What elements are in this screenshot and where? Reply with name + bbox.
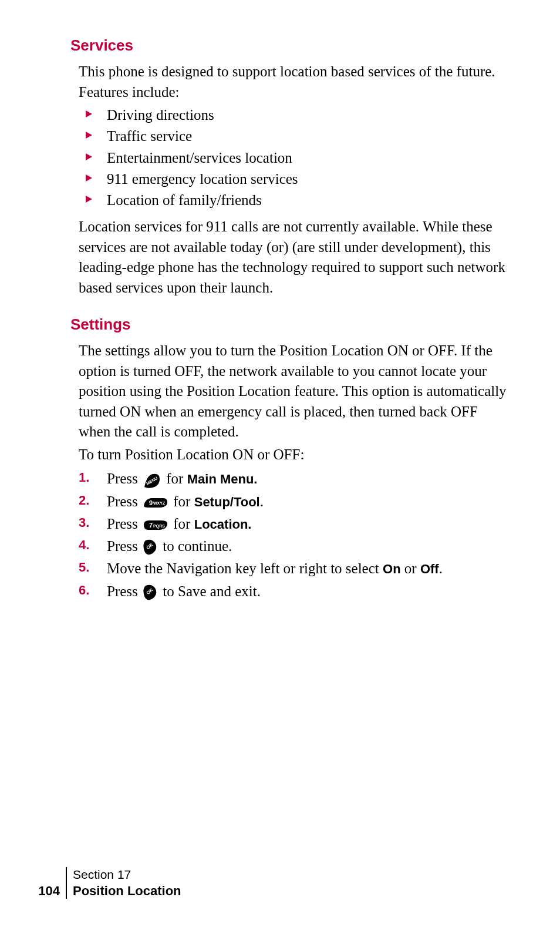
settings-intro: The settings allow you to turn the Posit… xyxy=(79,341,507,442)
step-text: Move the Navigation key left or right to… xyxy=(107,560,379,576)
settings-steps: Press MENU for Main Menu. Press 9WXYZ fo… xyxy=(79,468,507,602)
settings-lead-in: To turn Position Location ON or OFF: xyxy=(79,445,507,465)
or-text: or xyxy=(404,560,417,576)
svg-text:PQRS: PQRS xyxy=(153,524,165,529)
svg-text:WXYZ: WXYZ xyxy=(153,501,166,505)
svg-text:7: 7 xyxy=(149,522,153,529)
step-3: Press 7PQRS for Location. xyxy=(79,513,507,535)
step-text: for xyxy=(166,471,183,486)
step-6: Press OK to Save and exit. xyxy=(79,581,507,602)
period: . xyxy=(439,560,443,576)
ok-key-icon: OK xyxy=(143,584,157,601)
step-4: Press OK to continue. xyxy=(79,536,507,557)
ok-key-icon: OK xyxy=(143,539,157,556)
step-text: Press xyxy=(107,471,138,486)
footer-section-label: Section 17 xyxy=(73,867,181,882)
services-outro: Location services for 911 calls are not … xyxy=(79,217,507,298)
nine-key-icon: 9WXYZ xyxy=(143,497,168,509)
on-label: On xyxy=(383,562,401,576)
manual-page: Services This phone is designed to suppo… xyxy=(0,0,560,934)
step-text: for xyxy=(173,516,190,532)
settings-section: Settings The settings allow you to turn … xyxy=(70,315,507,602)
bullet-item: Traffic service xyxy=(79,126,507,147)
services-section: Services This phone is designed to suppo… xyxy=(70,36,507,298)
page-footer: 104 Section 17 Position Location xyxy=(0,867,181,899)
step-text: for xyxy=(173,493,190,509)
bullet-item: Location of family/friends xyxy=(79,190,507,211)
step-text: Press xyxy=(107,516,138,532)
step-text: to Save and exit. xyxy=(163,583,261,599)
step-text: Press xyxy=(107,583,138,599)
settings-heading: Settings xyxy=(70,315,507,334)
setup-tool-label: Setup/Tool xyxy=(194,495,260,509)
period: . xyxy=(260,493,264,509)
page-number: 104 xyxy=(0,883,66,899)
step-text: to continue. xyxy=(163,538,232,554)
main-menu-label: Main Menu. xyxy=(187,472,258,486)
bullet-item: Entertainment/services location xyxy=(79,147,507,169)
step-text: Press xyxy=(107,538,138,554)
location-label: Location. xyxy=(194,517,252,532)
menu-key-icon: MENU xyxy=(143,473,161,488)
footer-title: Position Location xyxy=(73,883,181,899)
services-intro: This phone is designed to support locati… xyxy=(79,62,507,102)
step-1: Press MENU for Main Menu. xyxy=(79,468,507,489)
bullet-item: Driving directions xyxy=(79,105,507,126)
svg-text:9: 9 xyxy=(149,499,153,506)
off-label: Off xyxy=(420,562,439,576)
footer-block: Section 17 Position Location xyxy=(66,867,181,899)
seven-key-icon: 7PQRS xyxy=(143,519,168,531)
step-2: Press 9WXYZ for Setup/Tool. xyxy=(79,491,507,512)
step-5: Move the Navigation key left or right to… xyxy=(79,558,507,579)
services-heading: Services xyxy=(70,36,507,55)
bullet-item: 911 emergency location services xyxy=(79,169,507,190)
services-bullets: Driving directions Traffic service Enter… xyxy=(79,105,507,211)
step-text: Press xyxy=(107,493,138,509)
